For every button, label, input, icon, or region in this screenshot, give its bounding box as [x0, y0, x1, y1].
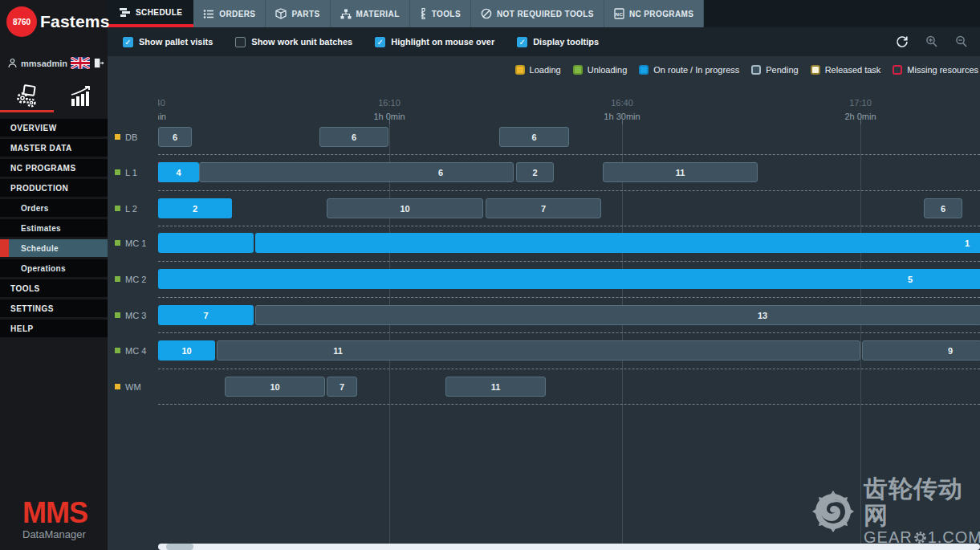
sidebar-item-tools[interactable]: TOOLS [0, 279, 108, 297]
gantt-bar[interactable]: 7 [158, 305, 254, 325]
row-separator [158, 369, 980, 369]
row-name: WM [125, 382, 141, 392]
gantt-bar[interactable]: 4 [158, 162, 199, 182]
gantt-bar[interactable]: 7 [327, 377, 357, 397]
gantt-bar-label: 5 [908, 274, 913, 283]
legend-label: Released task [825, 65, 881, 75]
language-flag-uk-icon[interactable] [71, 57, 90, 69]
gantt-bar[interactable] [158, 233, 254, 253]
sidebar-subitem-estimates[interactable]: Estimates [0, 219, 108, 237]
gantt-bar[interactable]: 10 [158, 340, 215, 361]
production-mode-icon[interactable] [0, 83, 54, 110]
sidebar-subitem-schedule[interactable]: Schedule [0, 239, 108, 257]
tab-parts[interactable]: PARTS [266, 0, 330, 27]
checkbox-label: Display tooltips [533, 37, 599, 47]
gantt-bar[interactable]: 10 [327, 198, 483, 218]
checkbox-highlight-on-mouse-over[interactable]: ✓Highlight on mouse over [375, 37, 494, 47]
checkbox-label: Show work unit batches [251, 37, 352, 47]
row-marker-icon [115, 312, 120, 318]
gantt-bar[interactable]: 11 [603, 162, 758, 182]
zoom-out-icon[interactable] [954, 35, 969, 49]
checkbox-show-work-unit-batches[interactable]: Show work unit batches [235, 37, 352, 47]
tab-label: NC PROGRAMS [629, 10, 694, 18]
sidebar-subitem-operations[interactable]: Operations [0, 259, 108, 277]
legend-item-released-task: Released task [811, 65, 881, 75]
sidebar-subitem-orders[interactable]: Orders [0, 199, 108, 217]
gantt-bar[interactable]: 1 [255, 233, 980, 253]
tab-not-required-tools[interactable]: NOT REQUIRED TOOLS [471, 0, 604, 27]
sidebar-item-overview[interactable]: OVERVIEW [0, 119, 108, 136]
zoom-in-icon[interactable] [925, 35, 939, 49]
tab-label: NOT REQUIRED TOOLS [497, 10, 594, 18]
statistics-mode-icon[interactable] [54, 83, 108, 110]
legend-swatch-pending [751, 65, 761, 75]
gantt-bar[interactable]: 10 [225, 377, 325, 397]
sidebar-item-production[interactable]: PRODUCTION [0, 179, 108, 197]
legend-label: Pending [766, 65, 798, 75]
gantt-bar[interactable]: 5 [158, 269, 980, 289]
tab-schedule[interactable]: SCHEDULE [108, 0, 193, 27]
tab-material[interactable]: MATERIAL [331, 0, 410, 27]
gantt-bar-label: 7 [203, 310, 208, 320]
gantt-bar[interactable]: 13 [255, 305, 980, 325]
tools-icon [420, 8, 427, 19]
checkbox-show-pallet-visits[interactable]: ✓Show pallet visits [123, 37, 213, 47]
mms-brand-sub: DataManager [22, 528, 87, 540]
gantt-bar-label: 6 [941, 203, 945, 213]
axis-tick [389, 119, 390, 124]
axis-elapsed: 30min [158, 110, 166, 124]
tab-label: ORDERS [219, 10, 255, 18]
row-marker-icon [115, 240, 120, 246]
gantt-bar-label: 4 [176, 167, 181, 177]
mode-switch-row [0, 83, 108, 110]
gantt-bar-label: 11 [676, 167, 685, 177]
tab-label: TOOLS [432, 10, 461, 18]
checkbox-unchecked-icon[interactable] [235, 37, 246, 47]
orders-icon [203, 9, 214, 19]
parts-icon [275, 8, 287, 19]
tab-nc-programs[interactable]: NCNC PROGRAMS [604, 0, 705, 27]
checkbox-checked-icon[interactable]: ✓ [375, 37, 385, 47]
checkbox-display-tooltips[interactable]: ✓Display tooltips [517, 37, 599, 47]
row-separator [158, 226, 980, 226]
gantt-bar[interactable]: 6 [199, 162, 514, 182]
gantt-bar[interactable]: 6 [319, 127, 388, 147]
gantt-bar[interactable]: 11 [217, 340, 860, 361]
gantt-bar-label: 2 [532, 167, 537, 177]
sidebar-item-settings[interactable]: SETTINGS [0, 299, 108, 317]
row-label-mc-1: MC 1 [108, 233, 158, 253]
gantt-bar[interactable]: 9 [862, 340, 980, 361]
scrollbar-thumb[interactable] [166, 544, 193, 550]
tab-orders[interactable]: ORDERS [193, 0, 266, 27]
row-separator [158, 190, 980, 191]
watermark-cn: 齿轮传动网 [864, 475, 980, 528]
checkbox-checked-icon[interactable]: ✓ [517, 37, 527, 47]
refresh-icon[interactable] [895, 35, 909, 49]
gantt-bar-label: 11 [333, 345, 343, 355]
user-name[interactable]: mmsadmin [21, 59, 67, 68]
sidebar-item-master-data[interactable]: MASTER DATA [0, 139, 108, 157]
sidebar-item-help[interactable]: HELP [0, 320, 108, 337]
gantt-bar[interactable]: 2 [158, 198, 232, 218]
gantt-bar[interactable]: 6 [499, 127, 569, 147]
axis-time: 16:40 [604, 96, 640, 110]
gantt-bar[interactable]: 6 [158, 127, 192, 147]
legend-item-unloading: Unloading [573, 65, 628, 75]
sidebar-item-nc-programs[interactable]: NC PROGRAMS [0, 159, 108, 177]
checkbox-checked-icon[interactable]: ✓ [123, 37, 133, 47]
logout-icon[interactable] [93, 57, 104, 69]
material-icon [340, 9, 352, 19]
gantt-bar[interactable]: 11 [445, 377, 546, 397]
axis-time: 17:10 [844, 96, 876, 110]
row-marker-icon [115, 169, 120, 175]
gantt-bar[interactable]: 7 [486, 198, 601, 218]
not-required-tools-icon [481, 8, 492, 19]
row-marker-icon [115, 134, 120, 140]
checkbox-label: Highlight on mouse over [391, 37, 494, 47]
logo-8760-badge: 8760 [6, 6, 37, 37]
legend-item-loading: Loading [515, 65, 561, 75]
tab-tools[interactable]: TOOLS [410, 0, 471, 27]
gantt-bar[interactable]: 6 [924, 198, 962, 218]
gantt-bar[interactable]: 2 [516, 162, 554, 182]
legend-label: Loading [530, 65, 561, 75]
